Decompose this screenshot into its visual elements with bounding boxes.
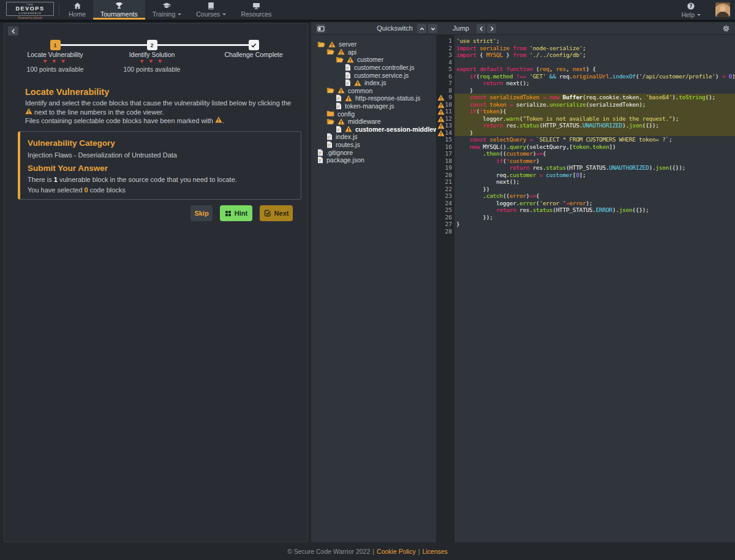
code-line-13[interactable]: return res.status(HTTP_STATUS.UNAUTHORIZ… xyxy=(454,122,735,129)
hide-panel-button[interactable] xyxy=(316,24,325,33)
tree-item-routes.js[interactable]: routes.js xyxy=(311,141,436,149)
tree-item-customer.service.js[interactable]: customer.service.js xyxy=(311,71,436,79)
gutter-line-27: 27 xyxy=(436,221,454,228)
code-viewer: 'use strict';import serialize from 'node… xyxy=(454,35,735,542)
line-9-warning-toggle[interactable] xyxy=(437,94,445,101)
line-number: 7 xyxy=(448,80,452,86)
warning-icon xyxy=(354,80,361,86)
settings-button[interactable] xyxy=(722,24,731,33)
nav-tab-home[interactable]: Home xyxy=(61,0,93,20)
line-10-warning-toggle[interactable] xyxy=(437,102,445,108)
tree-item-label: customer.service.js xyxy=(354,72,409,79)
warning-icon xyxy=(345,126,352,132)
skip-button[interactable]: Skip xyxy=(190,205,213,221)
code-line-9[interactable]: const serializedToken = new Buffer(req.c… xyxy=(454,94,735,101)
tree-item-token-manager.js[interactable]: token-manager.js xyxy=(311,102,436,110)
warning-icon xyxy=(215,116,222,123)
nav-tab-training[interactable]: Training xyxy=(145,0,189,20)
line-13-warning-toggle[interactable] xyxy=(437,123,445,129)
tree-item-index.js[interactable]: index.js xyxy=(311,133,436,141)
line-number: 20 xyxy=(445,172,452,178)
tree-item-label: routes.js xyxy=(336,141,360,148)
tree-item-label: api xyxy=(348,48,356,56)
code-line-4 xyxy=(454,59,735,66)
gutter-line-26: 26 xyxy=(436,214,454,221)
code-line-10[interactable]: const token = serialize.unserialize(seri… xyxy=(454,101,735,108)
file-icon xyxy=(336,102,342,110)
line-11-warning-toggle[interactable] xyxy=(437,108,445,115)
code-line-12[interactable]: logger.warn("Token is not available in s… xyxy=(454,115,735,123)
avatar[interactable] xyxy=(715,2,730,17)
tree-item-api[interactable]: api xyxy=(311,48,436,56)
tree-item-customer-session-middleware[interactable]: customer-session-middleware xyxy=(311,126,436,134)
file-icon xyxy=(326,133,333,140)
next-button[interactable]: Next xyxy=(260,205,293,221)
code-line-15: const selectQuery = `SELECT * FROM CUSTO… xyxy=(454,136,735,143)
quickswitch-label: Quickswitch xyxy=(348,25,413,32)
line-12-warning-toggle[interactable] xyxy=(437,116,445,123)
code-line-11[interactable]: if(!token){ xyxy=(454,108,735,115)
gutter-line-5: 5 xyxy=(436,66,454,73)
code-line-6: if(req.method !== 'GET' && req.originalU… xyxy=(454,73,735,80)
code-line-16: new MYSQL().query(selectQuery,[token.tok… xyxy=(454,143,735,151)
challenge-panel: 1Locate Vulnerability♥ ♥ ♥100 points ava… xyxy=(4,23,308,542)
quickswitch-down-button[interactable] xyxy=(428,24,437,33)
brand-logo: THE DEVOPS CONFERENCE Powered by eficode xyxy=(6,2,54,20)
selected-block-count-line: You have selected 0 code blocks xyxy=(28,186,293,194)
chevron-down-icon xyxy=(178,13,181,17)
lives-hearts: ♥ ♥ ♥ xyxy=(103,58,201,64)
step-badge-3 xyxy=(249,40,259,50)
line-number: 11 xyxy=(445,108,452,115)
collapse-panel-button[interactable] xyxy=(8,26,18,36)
jump-previous-button[interactable] xyxy=(477,24,486,33)
nav-tab-label: Training xyxy=(153,10,176,18)
code-line-14[interactable]: } xyxy=(454,129,735,137)
file-icon xyxy=(345,79,351,86)
screen-icon xyxy=(252,2,260,10)
tree-item-server[interactable]: server xyxy=(311,40,436,48)
line-number: 22 xyxy=(445,186,452,192)
tree-item-label: customer xyxy=(357,56,383,63)
warning-icon xyxy=(328,41,336,48)
gutter-line-21: 21 xyxy=(436,178,454,186)
code-line-19: return res.status(HTTP_STATUS.UNAUTHORIZ… xyxy=(454,164,735,172)
cookie-policy-link[interactable]: Cookie Policy xyxy=(377,548,416,555)
jump-label: Jump xyxy=(451,25,469,32)
nav-tab-resources[interactable]: Resources xyxy=(233,0,279,20)
line-number: 16 xyxy=(445,143,452,150)
tree-item-common[interactable]: common xyxy=(311,87,436,95)
nav-tab-courses[interactable]: Courses xyxy=(189,0,233,20)
tree-item-label: token-manager.js xyxy=(345,102,394,110)
line-number: 28 xyxy=(445,228,452,235)
quickswitch-up-button[interactable] xyxy=(417,24,426,33)
chevron-down-icon xyxy=(697,14,701,18)
nav-tab-tournaments[interactable]: Tournaments xyxy=(93,0,145,20)
line-14-warning-toggle[interactable] xyxy=(437,130,445,137)
gutter-line-14: 14 xyxy=(436,129,454,137)
description-text-3: Files containing selectable code blocks … xyxy=(25,117,213,124)
tree-item-http-response-status.js[interactable]: http-response-status.js xyxy=(311,94,436,102)
gutter-line-8: 8 xyxy=(436,87,454,94)
description-text-2: next to the line numbers in the code vie… xyxy=(34,108,164,116)
code-line-7: return next(); xyxy=(454,80,735,87)
tree-item-.gitignore[interactable]: .gitignore xyxy=(311,148,436,156)
challenge-description-2: Files containing selectable code blocks … xyxy=(25,116,292,126)
tree-item-customer.controller.js[interactable]: customer.controller.js xyxy=(311,64,436,72)
folder-open-icon xyxy=(326,48,334,55)
tree-item-middleware[interactable]: middleware xyxy=(311,118,436,126)
nav-help[interactable]: ? Help xyxy=(674,0,708,20)
tree-item-package.json[interactable]: package.json xyxy=(311,156,436,164)
jump-next-button[interactable] xyxy=(487,24,496,33)
help-icon: ? xyxy=(687,2,695,10)
line-number: 10 xyxy=(445,101,452,108)
gutter-line-22: 22 xyxy=(436,186,454,193)
folder-open-icon xyxy=(326,118,334,125)
tree-item-index.js[interactable]: index.js xyxy=(311,79,436,87)
tree-item-config[interactable]: config xyxy=(311,110,436,118)
step-badge-2: 2 xyxy=(147,40,157,50)
top-navbar: THE DEVOPS CONFERENCE Powered by eficode… xyxy=(0,0,735,20)
tree-item-customer[interactable]: customer xyxy=(311,56,436,64)
line-number: 17 xyxy=(445,150,452,157)
hint-button[interactable]: Hint xyxy=(220,205,252,221)
licenses-link[interactable]: Licenses xyxy=(422,548,447,555)
